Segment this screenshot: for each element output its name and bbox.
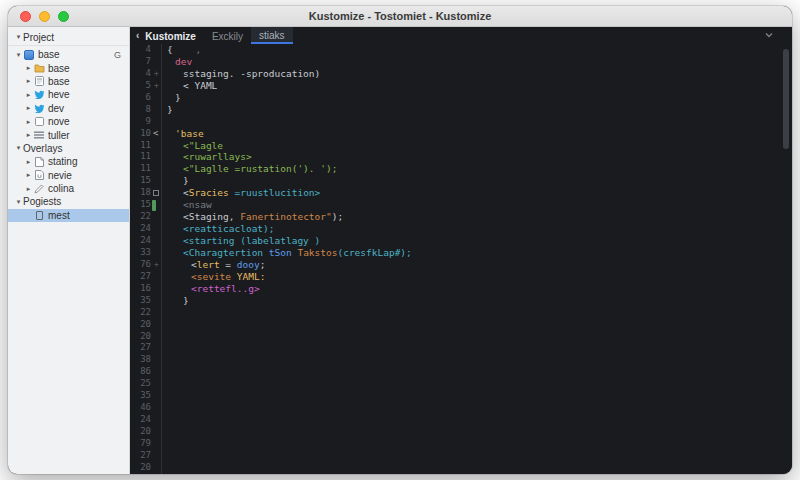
code-line[interactable]: 8} <box>130 104 792 116</box>
code-line[interactable]: 5+< YAML <box>130 80 792 92</box>
gutter[interactable]: + <box>151 68 161 80</box>
tree-item-base[interactable]: ▾baseG <box>8 48 129 61</box>
code-line[interactable]: 35 <box>130 390 792 402</box>
code-line[interactable]: 22 <box>130 307 792 319</box>
code-line[interactable]: 4{ , <box>130 44 792 56</box>
tree-item-project[interactable]: ▾Project <box>8 29 129 46</box>
gutter[interactable] <box>151 295 161 307</box>
gutter[interactable] <box>151 307 161 319</box>
code-line[interactable]: 24<reatticacloat); <box>130 223 792 235</box>
gutter[interactable] <box>151 56 161 68</box>
code-line[interactable]: 24 <box>130 414 792 426</box>
gutter[interactable] <box>151 402 161 414</box>
code-line[interactable]: 24<starting (labelatlagy ) <box>130 235 792 247</box>
chevron-down-icon[interactable]: ▾ <box>14 51 23 59</box>
tree-item-pogiests[interactable]: ▾Pogiests <box>8 195 129 208</box>
gutter[interactable] <box>151 390 161 402</box>
editor-tab-stiaks[interactable]: stiaks <box>251 27 293 44</box>
editor-scrollbar[interactable] <box>783 49 789 149</box>
gutter[interactable] <box>151 116 161 128</box>
code-line[interactable]: 9 <box>130 116 792 128</box>
zoom-window-button[interactable] <box>58 11 69 22</box>
gutter[interactable] <box>151 247 161 259</box>
gutter[interactable] <box>151 438 161 450</box>
chevron-right-icon[interactable]: ▸ <box>24 158 33 166</box>
gutter[interactable] <box>151 414 161 426</box>
tree-item-colina[interactable]: ▸colina <box>8 182 129 195</box>
gutter[interactable] <box>151 187 161 199</box>
code-line[interactable]: 33<Charagtertion tSon Takstos(cresfkLap#… <box>130 247 792 259</box>
gutter[interactable] <box>151 211 161 223</box>
gutter[interactable] <box>151 319 161 331</box>
code-line[interactable]: 20 <box>130 462 792 474</box>
tree-item-dev[interactable]: ▸dev <box>8 102 129 115</box>
tree-item-base[interactable]: ▸base <box>8 61 129 74</box>
gutter[interactable]: + <box>151 80 161 92</box>
gutter[interactable] <box>151 235 161 247</box>
code-line[interactable]: 10<'base <box>130 128 792 140</box>
editor-tab-kustomize[interactable]: Kustomize <box>143 27 204 44</box>
tree-item-tuller[interactable]: ▸tuller <box>8 128 129 141</box>
code-line[interactable]: 27 <box>130 450 792 462</box>
chevron-right-icon[interactable]: ▸ <box>24 118 33 126</box>
gutter[interactable] <box>151 151 161 163</box>
gutter[interactable] <box>151 283 161 295</box>
code-line[interactable]: 38 <box>130 354 792 366</box>
tree-item-nevie[interactable]: ▸nevie <box>8 169 129 182</box>
fold-chevron-icon[interactable]: < <box>153 128 158 140</box>
code-line[interactable]: 20 <box>130 331 792 343</box>
code-line[interactable]: 15<nsaw <box>130 199 792 211</box>
gutter[interactable] <box>151 163 161 175</box>
gutter[interactable] <box>151 342 161 354</box>
gutter[interactable] <box>151 199 161 211</box>
code-area[interactable]: 4{ ,7dev4+sstaging. -sproducation)5+< YA… <box>130 44 792 474</box>
code-line[interactable]: 11<ruwarllays> <box>130 151 792 163</box>
gutter[interactable] <box>151 104 161 116</box>
code-line[interactable]: 20 <box>130 319 792 331</box>
code-line[interactable]: 22<Staging, Fanertinotector"); <box>130 211 792 223</box>
gutter[interactable] <box>151 175 161 187</box>
breakpoint-box-icon[interactable] <box>153 190 159 196</box>
tree-item-stating[interactable]: ▸stating <box>8 155 129 168</box>
back-chevron-icon[interactable]: ‹ <box>136 30 139 41</box>
code-line[interactable]: 79 <box>130 438 792 450</box>
code-line[interactable]: 4+sstaging. -sproducation) <box>130 68 792 80</box>
gutter[interactable] <box>151 426 161 438</box>
tree-item-base[interactable]: ▸base <box>8 75 129 88</box>
code-line[interactable]: 86 <box>130 366 792 378</box>
gutter[interactable] <box>151 331 161 343</box>
code-line[interactable]: 46 <box>130 402 792 414</box>
chevron-right-icon[interactable]: ▸ <box>24 185 33 193</box>
gutter[interactable] <box>151 354 161 366</box>
tree-item-heve[interactable]: ▸heve <box>8 88 129 101</box>
code-line[interactable]: 15} <box>130 175 792 187</box>
gutter[interactable] <box>151 223 161 235</box>
code-line[interactable]: 27<sevite YAML: <box>130 271 792 283</box>
code-line[interactable]: 16<rettefl..g> <box>130 283 792 295</box>
chevron-down-icon[interactable]: ▾ <box>14 33 23 41</box>
code-line[interactable]: 11<"Laglle =rustation('). '); <box>130 163 792 175</box>
code-line[interactable]: 11<"Lagle <box>130 140 792 152</box>
code-line[interactable]: 6} <box>130 92 792 104</box>
gutter[interactable]: < <box>151 128 161 140</box>
gutter[interactable] <box>151 462 161 474</box>
gutter[interactable] <box>151 44 161 56</box>
chevron-right-icon[interactable]: ▸ <box>24 104 33 112</box>
tree-item-nove[interactable]: ▸nove <box>8 115 129 128</box>
code-line[interactable]: 20 <box>130 426 792 438</box>
tree-item-overlays[interactable]: ▾Overlays <box>8 142 129 155</box>
minimize-window-button[interactable] <box>39 11 50 22</box>
code-line[interactable]: 18<Sracies =ruustlucition> <box>130 187 792 199</box>
chevron-down-icon[interactable] <box>764 30 774 40</box>
chevron-right-icon[interactable]: ▸ <box>24 77 33 85</box>
chevron-right-icon[interactable]: ▸ <box>24 131 33 139</box>
code-line[interactable]: 27 <box>130 342 792 354</box>
gutter[interactable]: + <box>151 259 161 271</box>
gutter[interactable] <box>151 271 161 283</box>
gutter[interactable] <box>151 366 161 378</box>
gutter[interactable] <box>151 140 161 152</box>
close-window-button[interactable] <box>20 11 31 22</box>
code-line[interactable]: 35} <box>130 295 792 307</box>
gutter[interactable] <box>151 450 161 462</box>
gutter[interactable] <box>151 92 161 104</box>
